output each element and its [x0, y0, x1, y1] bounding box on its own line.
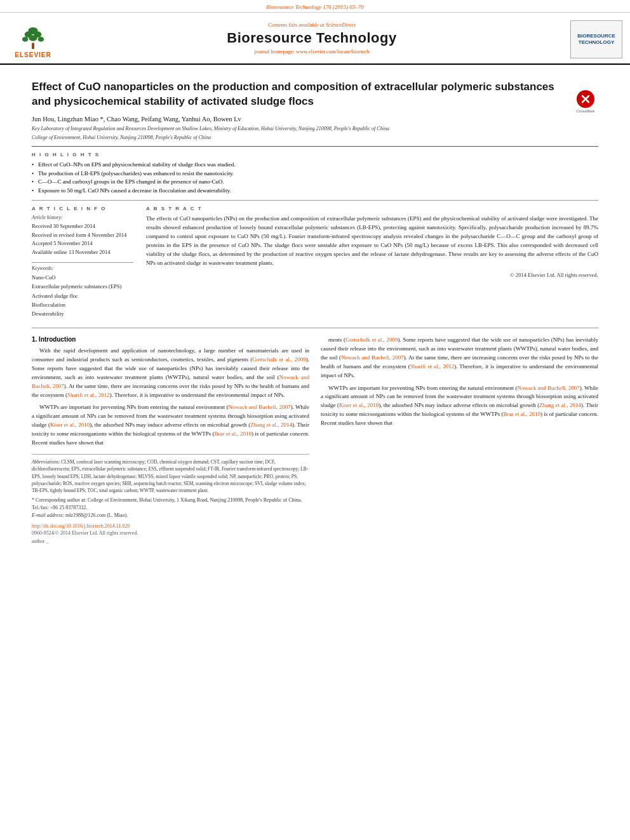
abstract-col: A B S T R A C T The effects of CuO nanop…	[146, 206, 598, 319]
author-underscore-line: author _	[32, 538, 309, 544]
elsevier-logo-area: ELSEVIER	[8, 18, 58, 58]
sciencedirect-link-text[interactable]: ScienceDirect	[326, 22, 356, 28]
keywords-section: Keywords: Nano-CuO Extracellular polymer…	[32, 262, 133, 319]
contents-text: Contents lists available at	[268, 22, 325, 28]
abstract-heading: A B S T R A C T	[146, 206, 598, 211]
divider-highlights	[32, 200, 598, 201]
crossmark-label: CrossMark	[576, 109, 594, 113]
affiliation-1: Key Laboratory of Integrated Regulation …	[32, 125, 598, 132]
highlights-list: Effect of CuO–NPs on EPS and physicochem…	[32, 161, 598, 195]
journal-homepage: journal homepage: www.elsevier.com/locat…	[254, 48, 369, 55]
crossmark-circle	[577, 90, 594, 108]
journal-header: ELSEVIER Contents lists available at Sci…	[0, 13, 630, 65]
svg-point-5	[38, 37, 44, 42]
elsevier-name: ELSEVIER	[15, 51, 51, 58]
kw-3: Activated sludge floc	[32, 291, 133, 300]
intro-left-col: 1. Introduction With the rapid developme…	[32, 336, 309, 545]
body-two-col: 1. Introduction With the rapid developme…	[32, 336, 598, 545]
intro-right-para-1: ments (Gottschalk et al., 2009). Some re…	[321, 336, 598, 380]
sciencedirect-line: Contents lists available at ScienceDirec…	[268, 22, 356, 28]
doi-text: http://dx.doi.org/10.1016/j.biortech.201…	[32, 523, 130, 529]
abbrev-label: Abbreviations:	[32, 459, 60, 465]
svg-point-3	[22, 37, 29, 42]
date-received: Received 30 September 2014	[32, 222, 133, 231]
email-label: E-mail address:	[32, 512, 64, 518]
corr-label: * Corresponding author at:	[32, 497, 86, 503]
ref-kiser[interactable]: Kiser et al., 2010	[50, 422, 90, 428]
highlight-item-4: Exposure to 50 mg/L CuO NPs caused a dec…	[32, 187, 598, 196]
highlight-item-1: Effect of CuO–NPs on EPS and physicochem…	[32, 161, 598, 170]
corresponding-note: * Corresponding author at: College of En…	[32, 497, 309, 519]
ref-gottschalk[interactable]: Gottschalk et al., 2009	[252, 356, 305, 363]
intro-text-right: ments (Gottschalk et al., 2009). Some re…	[321, 336, 598, 428]
kw-5: Dewaterability	[32, 309, 133, 318]
keywords-label: Keywords:	[32, 262, 133, 271]
divider-top	[32, 146, 598, 147]
intro-right-col: ments (Gottschalk et al., 2009). Some re…	[321, 336, 598, 545]
intro-heading: 1. Introduction	[32, 336, 309, 343]
email-text: mlz1988@126.com (L. Miao).	[65, 512, 128, 518]
top-banner: Bioresource Technology 176 (2015) 65–70	[0, 0, 630, 13]
divider-body	[32, 328, 598, 328]
journal-center: Contents lists available at ScienceDirec…	[65, 18, 559, 58]
article-info-heading: A R T I C L E I N F O	[32, 206, 133, 211]
ref-nowack2-r[interactable]: Nowack and Bucheli, 2007	[518, 385, 580, 391]
elsevier-tree-icon	[17, 26, 49, 50]
ref-zhang[interactable]: Zhang et al., 2014	[250, 422, 292, 428]
journal-title: Bioresource Technology	[227, 30, 396, 46]
intro-para-1: With the rapid development and applicati…	[32, 347, 309, 400]
info-abstract-cols: A R T I C L E I N F O Article history: R…	[32, 206, 598, 319]
intro-text-left: With the rapid development and applicati…	[32, 347, 309, 448]
highlights-heading: H I G H L I G H T S	[32, 152, 598, 157]
bioresource-logo: BIORESOURCE TECHNOLOGY	[565, 18, 622, 58]
abstract-paragraph: The effects of CuO nanoparticles (NPs) o…	[146, 215, 598, 268]
ref-kiser-r[interactable]: Kiser et al., 2010	[339, 402, 379, 408]
article-info-col: A R T I C L E I N F O Article history: R…	[32, 206, 133, 319]
ref-brar[interactable]: Brar et al., 2010	[215, 430, 251, 437]
ref-brar-r[interactable]: Brar et al., 2010	[504, 411, 540, 417]
crossmark-icon	[580, 93, 591, 105]
abstract-text: The effects of CuO nanoparticles (NPs) o…	[146, 215, 598, 268]
intro-right-para-2: WWTPs are important for preventing NPs f…	[321, 384, 598, 429]
affiliation-2: College of Environment, Hohai University…	[32, 134, 598, 141]
bio-logo-box: BIORESOURCE TECHNOLOGY	[570, 20, 622, 58]
affil-1-text: Key Laboratory of Integrated Regulation …	[32, 126, 389, 131]
history-label: Article history:	[32, 215, 133, 220]
bio-logo-text: BIORESOURCE TECHNOLOGY	[577, 33, 615, 46]
kw-1: Nano-CuO	[32, 273, 133, 282]
date-accepted: Accepted 5 November 2014	[32, 239, 133, 248]
abbrev-text: CLSM, confocal laser scanning microscopy…	[32, 459, 308, 493]
title-area: Effect of CuO nanoparticles on the produ…	[32, 80, 598, 109]
article-title: Effect of CuO nanoparticles on the produ…	[32, 80, 598, 109]
crossmark[interactable]: CrossMark	[573, 89, 598, 114]
ref-sharifi[interactable]: Sharifi et al., 2012	[67, 392, 110, 398]
copyright-line: © 2014 Elsevier Ltd. All rights reserved…	[146, 272, 598, 278]
date-revised: Received in revised form 4 November 2014	[32, 231, 133, 240]
author-label: author _	[32, 538, 48, 544]
ref-nowack2[interactable]: Nowack and Bucheli, 2007	[229, 404, 291, 410]
ref-nowack-r[interactable]: Nowack and Bucheli, 2007	[341, 354, 404, 361]
ref-gottschalk-r[interactable]: Gottschalk et al., 2009	[345, 337, 398, 343]
svg-point-4	[29, 35, 37, 41]
affil-2-text: College of Environment, Hohai University…	[32, 135, 211, 140]
ref-sharifi-r[interactable]: Sharifi et al., 2012	[410, 363, 454, 370]
issn-line: 0960-8524/© 2014 Elsevier Ltd. All right…	[32, 530, 309, 536]
homepage-text: journal homepage: www.elsevier.com/locat…	[254, 48, 369, 55]
kw-4: Bioflocculation	[32, 300, 133, 309]
page-wrapper: Bioresource Technology 176 (2015) 65–70 …	[0, 0, 630, 550]
elsevier-svg: ELSEVIER	[15, 26, 51, 58]
date-online: Available online 13 November 2014	[32, 248, 133, 257]
issn-text: 0960-8524/© 2014 Elsevier Ltd. All right…	[32, 530, 138, 536]
svg-rect-6	[32, 43, 34, 50]
highlight-item-2: The production of LB-EPS (polysaccharide…	[32, 170, 598, 178]
ref-zhang-r[interactable]: Zhang et al., 2014	[539, 402, 581, 408]
kw-2: Extracellular polymeric substances (EPS)	[32, 282, 133, 291]
footnote-abbreviations: Abbreviations: CLSM, confocal laser scan…	[32, 458, 309, 494]
authors-line: Jun Hou, Lingzhan Miao *, Chao Wang, Pei…	[32, 116, 598, 123]
content-area: Effect of CuO nanoparticles on the produ…	[0, 65, 630, 550]
highlight-item-3: C—O—C and carboxyl groups in the EPS cha…	[32, 178, 598, 187]
authors-text: Jun Hou, Lingzhan Miao *, Chao Wang, Pei…	[32, 116, 241, 123]
banner-text: Bioresource Technology 176 (2015) 65–70	[266, 4, 363, 10]
doi-line[interactable]: http://dx.doi.org/10.1016/j.biortech.201…	[32, 523, 309, 529]
ref-nowack[interactable]: Nowack and Bucheli, 2007	[32, 374, 309, 389]
